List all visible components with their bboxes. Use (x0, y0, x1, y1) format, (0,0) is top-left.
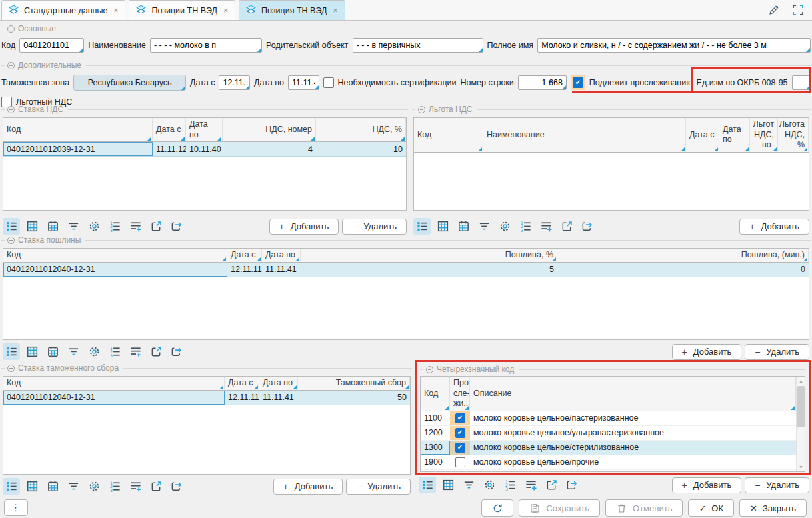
filter-icon[interactable] (65, 218, 82, 235)
checkbox-cell[interactable] (450, 426, 470, 440)
checkbox-cell[interactable] (450, 470, 470, 471)
table-cell[interactable]: 11.11.41 (259, 391, 298, 405)
table-cell[interactable]: 5 (301, 263, 557, 277)
numbered-list-icon[interactable]: 123 (106, 343, 123, 360)
open-external-icon[interactable] (558, 218, 575, 235)
settings-gear-icon[interactable] (496, 218, 513, 235)
collapse-icon[interactable] (7, 25, 15, 33)
column-header[interactable]: Дата с (153, 118, 186, 141)
column-header[interactable]: Про- сле- жи.. (450, 377, 470, 411)
column-header[interactable]: Льгота НДС, % (778, 118, 809, 152)
table-cell[interactable]: 10.11.40 (186, 142, 223, 156)
grid-view-icon[interactable] (23, 218, 41, 235)
tab-positions-tnved[interactable]: Позиции ТН ВЭД × (129, 0, 235, 20)
table-cell[interactable]: молоко коровье цельное/прочие (470, 455, 796, 469)
checkbox-cell[interactable] (450, 441, 470, 455)
filter-icon[interactable] (460, 477, 477, 493)
numbered-list-icon[interactable]: 123 (517, 218, 534, 235)
table-cell[interactable]: 04012011012040-12-31 (3, 263, 227, 277)
table-cell[interactable]: молоко коровье цельное/стерилизованное (470, 441, 796, 455)
table-cell[interactable]: 11.11.12 (153, 142, 186, 156)
table-cell[interactable]: 1900 (421, 455, 450, 469)
table-cell[interactable]: 12.11.11 (225, 391, 259, 405)
add-to-list-icon[interactable] (127, 343, 144, 360)
row-checkbox[interactable] (455, 443, 465, 453)
column-header[interactable]: Описание (470, 377, 796, 411)
column-header[interactable]: Код (3, 377, 225, 390)
table-row[interactable]: 04012011012040-12-3112.11.1111.11.4150 (3, 391, 410, 405)
vertical-scrollbar[interactable]: ▲ ▼ (796, 377, 805, 471)
table-cell[interactable]: 10 (316, 142, 406, 156)
traceable-checkbox[interactable] (573, 77, 583, 88)
calendar-view-icon[interactable] (44, 218, 61, 235)
column-header[interactable]: Льгот НДС, но- (750, 118, 778, 152)
filter-icon[interactable] (475, 218, 493, 235)
scrollbar-thumb[interactable] (797, 386, 805, 427)
column-header[interactable]: НДС, номер (223, 118, 316, 141)
numbered-list-icon[interactable]: 123 (501, 477, 519, 493)
checkbox-cell[interactable] (450, 411, 470, 425)
column-header[interactable]: Дата с (686, 118, 719, 152)
table-cell[interactable]: 12.11.11 (227, 263, 262, 277)
table-row[interactable]: 1900молоко коровье цельное/прочие (421, 455, 796, 470)
collapse-icon[interactable] (7, 365, 15, 372)
settings-gear-icon[interactable] (85, 343, 103, 360)
column-header[interactable]: Дата по (186, 118, 223, 141)
column-header[interactable]: Наименование (483, 118, 686, 152)
collapse-icon[interactable] (426, 366, 433, 373)
tab-close-icon[interactable]: × (223, 6, 228, 15)
reload-icon[interactable] (168, 343, 185, 360)
remove-button[interactable]: −Удалить (745, 477, 809, 493)
add-to-list-icon[interactable] (537, 218, 555, 235)
list-view-icon[interactable] (3, 478, 20, 495)
table-cell[interactable]: 04012011012040-12-31 (3, 391, 225, 405)
reload-icon[interactable] (168, 478, 185, 495)
collapse-icon[interactable] (7, 62, 15, 69)
add-to-list-icon[interactable] (127, 478, 144, 495)
table-row[interactable]: 1100молоко коровье цельное/пастеризованн… (421, 411, 796, 426)
table-cell[interactable]: 1100 (421, 411, 450, 425)
numbered-list-icon[interactable]: 123 (106, 478, 123, 495)
kod-field[interactable] (20, 39, 83, 52)
add-button[interactable]: +Добавить (269, 219, 339, 235)
grid-view-icon[interactable] (23, 478, 41, 495)
certification-checkbox[interactable] (323, 77, 334, 88)
close-button[interactable]: ✕Закрыть (739, 499, 807, 517)
okrb-unit-field[interactable] (793, 76, 810, 89)
tab-standard-data[interactable]: Стандартные данные × (1, 0, 125, 20)
table-cell[interactable] (470, 470, 796, 471)
table-row[interactable]: 04012011012040-12-3112.11.1111.11.4150 (3, 263, 809, 277)
grid-view-icon[interactable] (23, 343, 41, 360)
line-number-field[interactable] (519, 76, 566, 89)
row-checkbox[interactable] (455, 413, 465, 423)
parent-object-field[interactable] (353, 39, 483, 52)
settings-gear-icon[interactable] (85, 478, 103, 495)
date-to-field[interactable] (289, 76, 319, 89)
reload-icon[interactable] (563, 477, 581, 493)
scroll-down-icon[interactable]: ▼ (797, 463, 805, 471)
list-view-icon[interactable] (3, 343, 20, 360)
table-cell[interactable]: 0 (557, 263, 809, 277)
add-button[interactable]: +Добавить (273, 479, 343, 495)
grid-view-icon[interactable] (434, 218, 451, 235)
column-header[interactable]: Дата с (225, 377, 259, 390)
open-external-icon[interactable] (147, 343, 165, 360)
scroll-up-icon[interactable]: ▲ (797, 377, 805, 385)
open-external-icon[interactable] (543, 477, 560, 493)
add-button[interactable]: +Добавить (739, 219, 809, 235)
edit-pencil-icon[interactable] (767, 3, 781, 17)
column-header[interactable]: Дата по (719, 118, 750, 152)
row-checkbox[interactable] (455, 457, 465, 467)
settings-gear-icon[interactable] (481, 477, 498, 493)
grid-view-icon[interactable] (439, 477, 457, 493)
checkbox-cell[interactable] (450, 455, 470, 469)
add-to-list-icon[interactable] (127, 218, 144, 235)
tab-close-icon[interactable]: × (333, 6, 337, 15)
calendar-view-icon[interactable] (44, 343, 61, 360)
column-header[interactable]: НДС, % (316, 118, 406, 141)
open-external-icon[interactable] (147, 218, 165, 235)
column-header[interactable]: Код (3, 249, 227, 262)
add-to-list-icon[interactable] (522, 477, 539, 493)
remove-button[interactable]: −Удалить (342, 219, 407, 235)
reload-icon[interactable] (168, 218, 185, 235)
